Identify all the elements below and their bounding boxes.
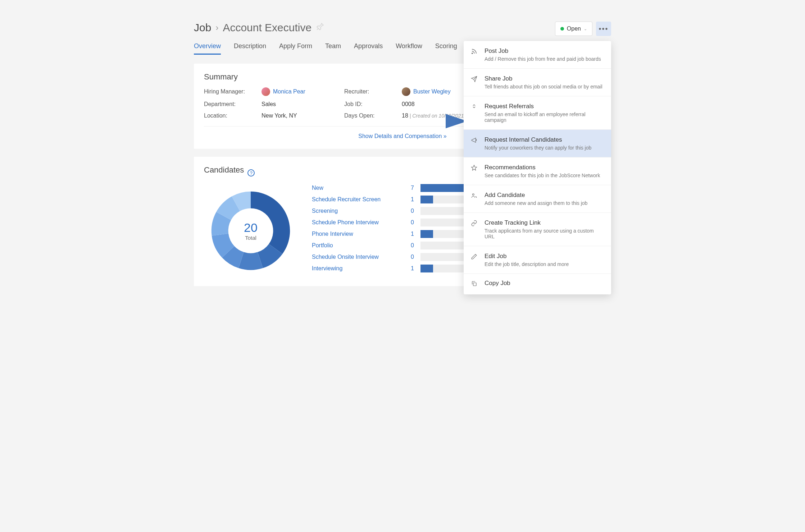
tab-scoring[interactable]: Scoring	[435, 40, 457, 55]
menu-item-title: Post Job	[485, 47, 601, 55]
menu-item-post-job[interactable]: Post JobAdd / Remove this job from free …	[464, 41, 611, 69]
link-icon	[471, 219, 479, 239]
more-actions-button[interactable]: •••	[596, 22, 611, 36]
chevron-right-icon: ›	[215, 23, 218, 33]
menu-item-title: Request Internal Candidates	[485, 136, 591, 143]
tab-overview[interactable]: Overview	[194, 40, 221, 55]
tab-workflow[interactable]: Workflow	[396, 40, 422, 55]
stage-count: 0	[405, 219, 414, 226]
help-icon[interactable]: ?	[247, 169, 255, 176]
stage-label[interactable]: New	[312, 185, 398, 191]
stage-count: 0	[405, 254, 414, 260]
pin-icon[interactable]	[316, 22, 324, 33]
menu-item-request-internal-candidates[interactable]: Request Internal CandidatesNotify your c…	[464, 130, 611, 157]
stage-count: 1	[405, 265, 414, 272]
dots-icon: •••	[599, 25, 608, 33]
hiring-manager-value[interactable]: Monica Pear	[261, 87, 337, 96]
status-dropdown[interactable]: Open ⌄	[555, 22, 592, 36]
menu-item-desc: Add someone new and assign them to this …	[485, 200, 587, 206]
stage-count: 1	[405, 196, 414, 203]
menu-item-desc: Edit the job title, description and more	[485, 261, 569, 267]
menu-item-desc: Tell friends about this job on social me…	[485, 84, 602, 90]
stage-label[interactable]: Schedule Onsite Interview	[312, 254, 398, 260]
paper-plane-icon	[471, 75, 479, 90]
stage-label[interactable]: Schedule Phone Interview	[312, 219, 398, 226]
job-id-label: Job ID:	[344, 101, 395, 107]
menu-item-request-referrals[interactable]: Request ReferralsSend an email to kickof…	[464, 96, 611, 130]
menu-item-desc: See candidates for this job in the JobSc…	[485, 173, 600, 178]
breadcrumb: Job › Account Executive	[194, 22, 611, 34]
actions-menu: Post JobAdd / Remove this job from free …	[464, 41, 611, 294]
menu-item-share-job[interactable]: Share JobTell friends about this job on …	[464, 69, 611, 96]
stage-label[interactable]: Schedule Recruiter Screen	[312, 196, 398, 203]
candidates-title: Candidates	[204, 165, 244, 175]
people-icon	[471, 192, 479, 206]
location-label: Location:	[204, 113, 254, 119]
department-label: Department:	[204, 101, 254, 107]
pencil-icon	[471, 253, 479, 267]
handshake-icon	[471, 103, 479, 123]
stage-count: 0	[405, 208, 414, 214]
department-value: Sales	[261, 101, 337, 107]
avatar-icon	[402, 87, 410, 96]
stage-label[interactable]: Phone Interview	[312, 231, 398, 237]
menu-item-create-tracking-link[interactable]: Create Tracking LinkTrack applicants fro…	[464, 213, 611, 246]
stage-count: 1	[405, 231, 414, 237]
status-label: Open	[567, 26, 581, 32]
donut-total-label: Total	[244, 235, 258, 241]
stage-count: 0	[405, 242, 414, 249]
stage-count: 7	[405, 185, 414, 191]
menu-item-title: Add Candidate	[485, 192, 587, 199]
menu-item-title: Request Referrals	[485, 103, 604, 110]
donut-total-number: 20	[244, 221, 258, 235]
menu-item-title: Recommendations	[485, 164, 600, 171]
rss-icon	[471, 47, 479, 62]
menu-item-add-candidate[interactable]: Add CandidateAdd someone new and assign …	[464, 185, 611, 213]
menu-item-desc: Send an email to kickoff an employee ref…	[485, 111, 604, 123]
copy-icon	[471, 280, 479, 289]
hiring-manager-label: Hiring Manager:	[204, 88, 254, 95]
tab-apply-form[interactable]: Apply Form	[279, 40, 312, 55]
status-dot-icon	[560, 27, 564, 31]
breadcrumb-leaf: Account Executive	[223, 22, 311, 34]
tab-team[interactable]: Team	[325, 40, 341, 55]
candidates-donut-chart: 20 Total	[204, 184, 297, 278]
tab-approvals[interactable]: Approvals	[354, 40, 383, 55]
recruiter-label: Recruiter:	[344, 88, 395, 95]
show-details-link[interactable]: Show Details and Compensation »	[358, 133, 446, 139]
stage-label[interactable]: Screening	[312, 208, 398, 214]
menu-item-edit-job[interactable]: Edit JobEdit the job title, description …	[464, 246, 611, 274]
menu-item-desc: Add / Remove this job from free and paid…	[485, 56, 601, 62]
avatar-icon	[261, 87, 270, 96]
chevron-down-icon: ⌄	[584, 27, 587, 31]
star-icon	[471, 164, 479, 178]
menu-item-recommendations[interactable]: RecommendationsSee candidates for this j…	[464, 157, 611, 185]
breadcrumb-root[interactable]: Job	[194, 22, 211, 34]
stage-label[interactable]: Portfolio	[312, 242, 398, 249]
svg-point-0	[472, 53, 473, 54]
menu-item-desc: Notify your coworkers they can apply for…	[485, 145, 591, 151]
menu-item-title: Share Job	[485, 75, 602, 82]
menu-item-title: Copy Job	[485, 280, 510, 287]
menu-item-copy-job[interactable]: Copy Job	[464, 274, 611, 294]
menu-item-desc: Track applicants from any source using a…	[485, 228, 604, 239]
days-open-label: Days Open:	[344, 113, 395, 119]
location-value: New York, NY	[261, 113, 337, 119]
megaphone-icon	[471, 136, 479, 151]
menu-item-title: Create Tracking Link	[485, 219, 604, 226]
tab-description[interactable]: Description	[234, 40, 266, 55]
svg-rect-2	[473, 283, 476, 286]
svg-point-1	[473, 194, 474, 196]
stage-label[interactable]: Interviewing	[312, 265, 398, 272]
menu-item-title: Edit Job	[485, 253, 569, 260]
